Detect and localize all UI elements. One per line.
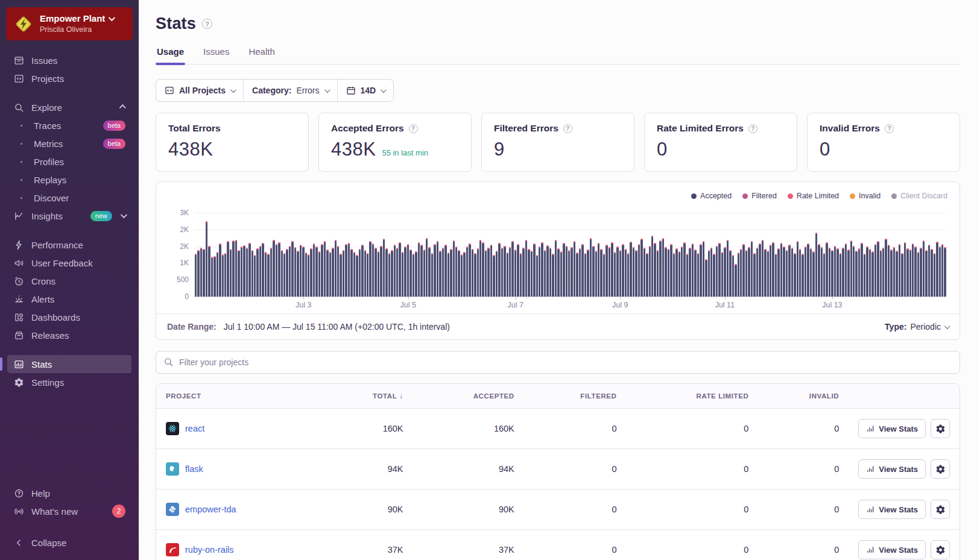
bar[interactable] xyxy=(544,250,546,297)
bar[interactable] xyxy=(385,248,387,297)
bar[interactable] xyxy=(799,249,801,297)
bar[interactable] xyxy=(574,241,575,297)
column-header-invalid[interactable]: INVALID xyxy=(758,384,849,409)
bar[interactable] xyxy=(232,241,234,297)
column-header-accepted[interactable]: ACCEPTED xyxy=(413,384,524,409)
bar[interactable] xyxy=(855,251,857,297)
bar[interactable] xyxy=(694,250,696,297)
bar[interactable] xyxy=(622,244,624,297)
bar[interactable] xyxy=(646,253,648,297)
bar[interactable] xyxy=(880,250,882,297)
sidebar-item-stats[interactable]: Stats xyxy=(7,355,131,373)
sidebar-item-discover[interactable]: Discover xyxy=(7,189,131,207)
bar[interactable] xyxy=(834,246,836,297)
sidebar-item-performance[interactable]: Performance xyxy=(7,236,131,254)
bar[interactable] xyxy=(692,244,694,297)
bar[interactable] xyxy=(600,249,602,297)
bar[interactable] xyxy=(700,244,701,297)
bar[interactable] xyxy=(276,244,277,297)
bar[interactable] xyxy=(211,257,213,297)
project-link[interactable]: react xyxy=(185,424,204,433)
project-filter-dropdown[interactable]: All Projects xyxy=(156,80,244,101)
bar[interactable] xyxy=(735,264,736,297)
bar[interactable] xyxy=(404,247,406,297)
bar[interactable] xyxy=(893,247,895,297)
bar[interactable] xyxy=(681,247,683,297)
bar[interactable] xyxy=(359,249,361,297)
bar[interactable] xyxy=(748,247,750,297)
bar[interactable] xyxy=(777,248,779,297)
bar[interactable] xyxy=(831,250,833,297)
bar[interactable] xyxy=(882,248,884,297)
bar[interactable] xyxy=(643,248,645,297)
bar[interactable] xyxy=(780,243,782,297)
bar[interactable] xyxy=(649,246,651,297)
bar[interactable] xyxy=(802,254,803,297)
sidebar-item-releases[interactable]: Releases xyxy=(7,326,131,344)
bar[interactable] xyxy=(614,252,616,297)
bar[interactable] xyxy=(555,240,557,297)
bar[interactable] xyxy=(791,248,793,297)
bar[interactable] xyxy=(531,251,533,297)
project-link[interactable]: flask xyxy=(185,464,203,474)
bar[interactable] xyxy=(689,248,691,297)
bar[interactable] xyxy=(539,247,540,297)
bar[interactable] xyxy=(479,240,481,297)
bar[interactable] xyxy=(238,250,239,297)
bar[interactable] xyxy=(590,238,592,297)
bar[interactable] xyxy=(313,244,315,297)
bar[interactable] xyxy=(826,242,827,297)
legend-invalid[interactable]: Invalid xyxy=(850,192,881,200)
bar[interactable] xyxy=(657,250,659,297)
bar[interactable] xyxy=(265,252,267,297)
bar[interactable] xyxy=(885,239,887,297)
bar[interactable] xyxy=(348,243,350,297)
bar[interactable] xyxy=(853,246,855,297)
bar[interactable] xyxy=(361,245,363,297)
bar[interactable] xyxy=(487,248,489,297)
bar[interactable] xyxy=(920,248,922,297)
bar[interactable] xyxy=(718,243,720,297)
bar[interactable] xyxy=(227,241,229,297)
bar[interactable] xyxy=(665,247,666,297)
bar[interactable] xyxy=(241,247,242,297)
bar[interactable] xyxy=(939,247,941,297)
bar[interactable] xyxy=(380,246,382,297)
bar[interactable] xyxy=(807,244,809,297)
bar[interactable] xyxy=(302,247,304,297)
bar[interactable] xyxy=(200,248,202,297)
bar[interactable] xyxy=(442,248,444,297)
bar[interactable] xyxy=(254,255,256,297)
bar[interactable] xyxy=(270,248,272,297)
bar[interactable] xyxy=(367,253,368,297)
bar[interactable] xyxy=(364,250,366,297)
bar[interactable] xyxy=(217,252,218,297)
legend-client-discard[interactable]: Client Discard xyxy=(891,192,947,200)
bar[interactable] xyxy=(195,254,197,297)
sidebar-item-help[interactable]: Help xyxy=(7,484,131,502)
bar[interactable] xyxy=(906,248,908,297)
bar[interactable] xyxy=(315,247,317,297)
help-icon[interactable]: ? xyxy=(563,124,572,133)
category-dropdown[interactable]: Category: Errors xyxy=(244,80,337,101)
bar[interactable] xyxy=(627,253,629,297)
bar[interactable] xyxy=(546,245,548,297)
bar[interactable] xyxy=(635,250,637,297)
bar[interactable] xyxy=(409,250,411,297)
bar[interactable] xyxy=(858,248,860,297)
bar[interactable] xyxy=(721,252,723,297)
bar[interactable] xyxy=(729,250,731,297)
legend-rate-limited[interactable]: Rate Limited xyxy=(788,192,839,200)
bar[interactable] xyxy=(378,251,379,297)
page-help-icon[interactable]: ? xyxy=(202,19,212,29)
bar[interactable] xyxy=(762,240,764,297)
view-stats-button[interactable]: View Stats xyxy=(858,540,926,559)
bar[interactable] xyxy=(482,242,484,297)
bar[interactable] xyxy=(262,243,264,297)
bar[interactable] xyxy=(861,243,862,297)
tab-issues[interactable]: Issues xyxy=(202,46,230,64)
bar[interactable] xyxy=(775,254,777,297)
bar[interactable] xyxy=(490,245,492,297)
bar[interactable] xyxy=(753,253,755,297)
bar[interactable] xyxy=(375,248,376,297)
